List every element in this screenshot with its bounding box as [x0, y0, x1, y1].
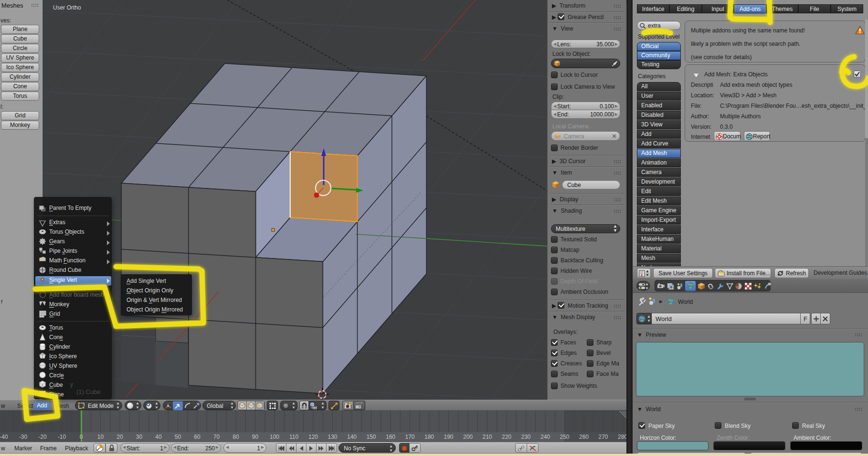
svg-text:220: 220	[502, 434, 511, 440]
svg-text:230: 230	[521, 434, 530, 440]
svg-text:30: 30	[136, 434, 143, 440]
svg-text:160: 160	[386, 434, 395, 440]
svg-text:40: 40	[155, 434, 162, 440]
svg-text:270: 270	[598, 434, 608, 440]
svg-text:280: 280	[618, 434, 627, 440]
svg-text:180: 180	[424, 434, 434, 440]
svg-text:100: 100	[270, 434, 279, 440]
svg-text:210: 210	[482, 434, 492, 440]
svg-text:0: 0	[80, 434, 83, 440]
svg-text:170: 170	[405, 434, 414, 440]
svg-text:250: 250	[560, 434, 569, 440]
svg-text:130: 130	[328, 434, 337, 440]
svg-text:10: 10	[97, 434, 104, 440]
svg-text:190: 190	[444, 434, 453, 440]
svg-text:120: 120	[308, 434, 318, 440]
svg-text:200: 200	[463, 434, 473, 440]
svg-text:50: 50	[175, 434, 181, 440]
svg-text:20: 20	[116, 434, 123, 440]
svg-text:110: 110	[289, 434, 298, 440]
svg-text:260: 260	[579, 434, 589, 440]
svg-text:80: 80	[233, 434, 239, 440]
svg-text:70: 70	[213, 434, 220, 440]
svg-text:60: 60	[194, 434, 201, 440]
svg-text:90: 90	[252, 434, 259, 440]
svg-text:-10: -10	[58, 434, 66, 440]
svg-text:-20: -20	[38, 434, 47, 440]
svg-text:150: 150	[366, 434, 376, 440]
svg-text:240: 240	[540, 434, 550, 440]
svg-text:-40: -40	[0, 434, 8, 440]
svg-text:-30: -30	[19, 434, 28, 440]
svg-text:140: 140	[347, 434, 357, 440]
